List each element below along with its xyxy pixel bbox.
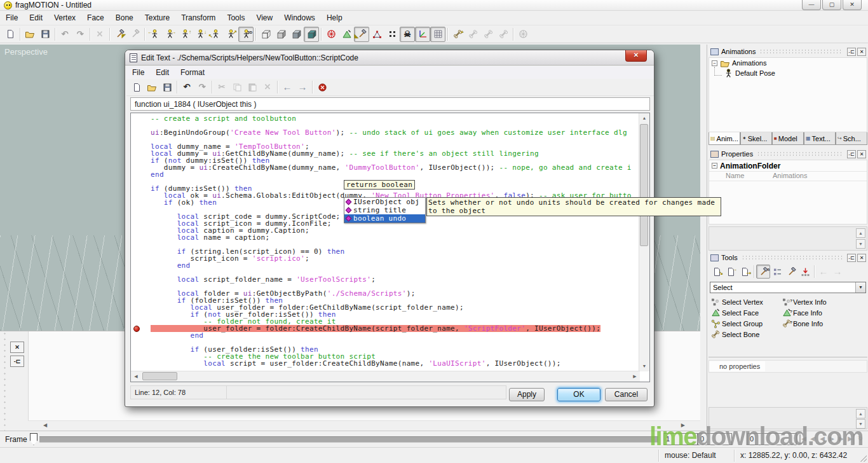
- dialog-titlebar[interactable]: Edit Text - ./Schema/Scripts/Helpers/New…: [125, 50, 654, 66]
- paste-button[interactable]: [245, 79, 260, 95]
- import-red-button[interactable]: [798, 265, 812, 279]
- autocomplete-item[interactable]: string title: [344, 206, 425, 214]
- figure-3d-button[interactable]: 3D: [238, 27, 254, 42]
- menu-vertex[interactable]: Vertex: [48, 11, 81, 24]
- tab-sch[interactable]: ↪Sch...: [836, 132, 867, 145]
- show-axes-button[interactable]: [415, 27, 430, 42]
- autocomplete-item[interactable]: IUserObject obj: [344, 198, 425, 206]
- save-file-button[interactable]: [37, 27, 53, 42]
- tool-bone-info[interactable]: ?Bone Info: [782, 318, 862, 329]
- frame-start-field[interactable]: 0: [698, 433, 732, 445]
- code-line[interactable]: -- create a script and toolbutton: [151, 115, 632, 122]
- scroll-right-icon[interactable]: ▶: [630, 371, 640, 382]
- tab-anim[interactable]: ▤Anim...: [709, 132, 740, 145]
- code-editor[interactable]: -- create a script and toolbuttonui:Begi…: [130, 113, 650, 382]
- play-backward-button[interactable]: ◀: [818, 434, 826, 444]
- add-bone-button[interactable]: +: [450, 27, 465, 42]
- cancel-button[interactable]: Cancel: [605, 388, 648, 401]
- cube-wire-button[interactable]: [258, 27, 273, 42]
- bone-a-button[interactable]: [465, 27, 480, 42]
- animations-tree[interactable]: − Animations Default Pose: [709, 57, 867, 132]
- tab-skel[interactable]: ✶Skel...: [740, 132, 772, 145]
- close-icon[interactable]: ✕: [857, 150, 866, 158]
- step-forward-button[interactable]: ▶: [837, 434, 845, 444]
- tab-model[interactable]: ■Model: [772, 132, 804, 145]
- vscroll-thumb[interactable]: [640, 124, 648, 246]
- autocomplete-item[interactable]: boolean undo: [344, 214, 425, 223]
- nav-back-button[interactable]: ←: [817, 265, 831, 279]
- lower-scroll-pane[interactable]: ▲ ▼: [709, 407, 867, 429]
- skip-end-button[interactable]: ▶: [847, 434, 855, 444]
- tool-face-info[interactable]: ?Face Info: [782, 307, 862, 318]
- menu-transform[interactable]: Transform: [175, 11, 221, 24]
- dock-grip[interactable]: ✕ -⊏: [0, 331, 28, 431]
- property-object-row[interactable]: − AnimationFolder: [709, 160, 867, 171]
- build-tools-button[interactable]: [784, 265, 798, 279]
- render-wheel-button[interactable]: [515, 27, 531, 42]
- menu-view[interactable]: View: [250, 11, 278, 24]
- animations-panel-header[interactable]: Animations -⊏ ✕: [709, 46, 867, 57]
- tool-mode-select[interactable]: Select ▼: [710, 282, 866, 293]
- figure-down-button[interactable]: ↓: [193, 27, 208, 42]
- tree-list-button[interactable]: [770, 265, 784, 279]
- code-line[interactable]: dummy = ui:CreateChildByName(dummy_name,…: [151, 164, 632, 171]
- tool-select-face[interactable]: Select Face: [711, 307, 782, 318]
- scroll-down-icon[interactable]: ▼: [856, 419, 865, 429]
- cube-solid-button[interactable]: [273, 27, 288, 42]
- new-file-button[interactable]: [129, 79, 144, 95]
- tree-item-animations[interactable]: − Animations: [709, 58, 867, 68]
- code-line[interactable]: end: [151, 262, 632, 269]
- script-export-button[interactable]: ⇢: [738, 265, 752, 279]
- dock-pin-button[interactable]: -⊏: [10, 356, 24, 367]
- apply-button[interactable]: Apply: [509, 388, 545, 401]
- dock-close-button[interactable]: ✕: [10, 342, 24, 353]
- pin-icon[interactable]: -⊏: [847, 150, 856, 158]
- properties-grid[interactable]: − AnimationFolder NameAnimations: [709, 160, 867, 225]
- resize-grip[interactable]: [859, 454, 867, 462]
- scroll-up-icon[interactable]: ▲: [856, 228, 865, 238]
- code-line[interactable]: ui:BeginUndoGroup('Create New Tool Butto…: [151, 129, 632, 136]
- menu-bone[interactable]: Bone: [110, 11, 139, 24]
- new-file-button[interactable]: [3, 27, 18, 42]
- hammer-pick-button[interactable]: ◤: [112, 27, 127, 42]
- collapse-icon[interactable]: −: [712, 60, 717, 66]
- save-file-button[interactable]: [159, 79, 175, 95]
- code-line[interactable]: user_folder = folder:CreateChildByName(s…: [151, 325, 632, 332]
- tools-panel-header[interactable]: Tools -⊏ ✕: [709, 252, 867, 263]
- redo-button[interactable]: ↷: [72, 27, 88, 42]
- tool-vertex-info[interactable]: ?Vertex Info: [782, 296, 862, 307]
- undo-button[interactable]: ↶: [179, 79, 194, 95]
- code-line[interactable]: local script = user_folder:CreateChildBy…: [151, 360, 632, 367]
- code-line[interactable]: local script_folder_name = 'UserToolScri…: [151, 276, 632, 283]
- hammer-button[interactable]: [127, 27, 142, 42]
- close-icon[interactable]: ✕: [857, 48, 866, 56]
- cut-button[interactable]: ✂: [214, 79, 229, 95]
- figure-ne-button[interactable]: ↗: [223, 27, 238, 42]
- description-pane[interactable]: ▲ ▼: [709, 226, 867, 251]
- menu-edit[interactable]: Edit: [24, 11, 48, 24]
- chevron-down-icon[interactable]: ▼: [855, 282, 865, 293]
- code-line[interactable]: script_icon = 'script.ico';: [151, 255, 632, 262]
- nav-forward-button[interactable]: →: [295, 79, 310, 95]
- bone-c-button[interactable]: [496, 27, 511, 42]
- frame-slider-thumb[interactable]: [30, 433, 37, 445]
- copy-button[interactable]: [229, 79, 245, 95]
- dock-hscrollbar[interactable]: ◀ ▶: [28, 420, 700, 429]
- script-in-button[interactable]: ↘: [710, 265, 724, 279]
- pin-icon[interactable]: -⊏: [847, 48, 856, 56]
- tool-select-bone[interactable]: Select Bone: [711, 329, 782, 340]
- properties-panel-header[interactable]: Properties -⊏ ✕: [709, 148, 867, 160]
- tool-select-vertex[interactable]: Select Vertex: [711, 296, 782, 307]
- frame-slider-track[interactable]: [39, 436, 658, 443]
- dialog-menu-edit[interactable]: Edit: [150, 67, 175, 78]
- ok-button[interactable]: OK: [557, 388, 600, 401]
- minimize-button[interactable]: —: [802, 0, 821, 10]
- snap-dots-button[interactable]: [384, 27, 400, 42]
- collapse-icon[interactable]: −: [712, 163, 717, 169]
- undo-button[interactable]: ↶: [57, 27, 72, 42]
- dialog-menu-file[interactable]: File: [126, 67, 150, 78]
- menu-file[interactable]: File: [0, 11, 24, 24]
- figure-nw-button[interactable]: ↖: [208, 27, 223, 42]
- scroll-left-icon[interactable]: ◀: [43, 422, 47, 428]
- property-row[interactable]: NameAnimations: [709, 171, 867, 181]
